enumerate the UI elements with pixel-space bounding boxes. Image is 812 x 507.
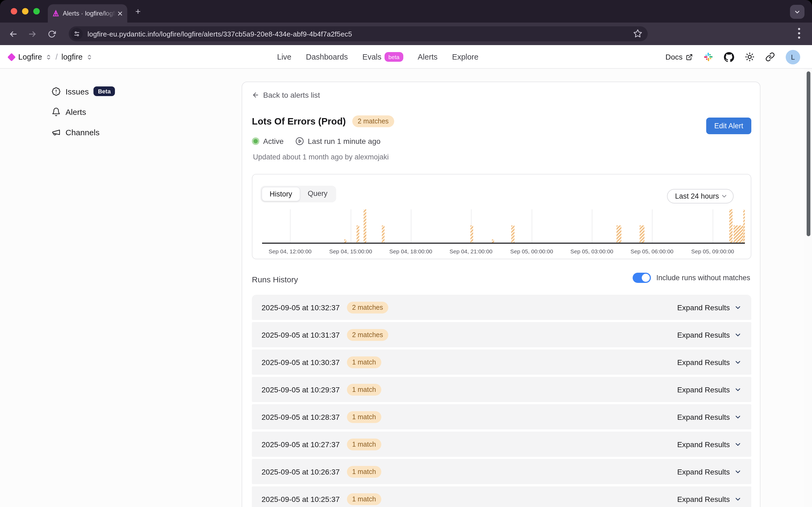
reload-button[interactable]: [45, 27, 58, 40]
forward-button[interactable]: [26, 27, 39, 40]
chart-gridline: [351, 209, 351, 243]
megaphone-icon: [52, 127, 61, 136]
org-selector[interactable]: Logfire: [18, 53, 42, 61]
browser-menu-icon[interactable]: •••: [795, 27, 803, 40]
chart-gridline: [713, 209, 713, 243]
tab-query[interactable]: Query: [300, 187, 335, 201]
nav-item-alerts[interactable]: Alerts: [418, 53, 437, 61]
browser-tab[interactable]: Alerts · logfire/logfire · Pydant ✕: [48, 4, 127, 22]
last-run: Last run 1 minute ago: [295, 137, 380, 146]
run-matches-badge: 1 match: [347, 356, 381, 368]
page-scrollbar[interactable]: [805, 69, 812, 507]
expand-results-button[interactable]: Expand Results: [677, 440, 742, 449]
chevron-down-icon: [794, 8, 801, 15]
user-avatar[interactable]: L: [786, 50, 800, 64]
chart-bar: [743, 209, 745, 243]
run-matches-badge: 1 match: [347, 493, 381, 505]
chart-x-tick-label: Sep 05, 09:00:00: [691, 248, 734, 255]
edit-alert-button[interactable]: Edit Alert: [706, 118, 751, 134]
sidebar-item-issues[interactable]: Issues Beta: [52, 85, 115, 98]
expand-results-label: Expand Results: [677, 495, 730, 503]
nav-item-live[interactable]: Live: [277, 53, 291, 61]
run-timestamp: 2025-09-05 at 10:25:37: [262, 495, 340, 503]
tab-history[interactable]: History: [262, 187, 300, 201]
arrow-left-icon: [252, 91, 259, 99]
play-circle-icon: [295, 137, 304, 146]
chevrons-up-down-icon[interactable]: [87, 54, 92, 60]
breadcrumb-separator: /: [56, 53, 58, 61]
time-range-select[interactable]: Last 24 hours: [667, 189, 734, 204]
expand-results-button[interactable]: Expand Results: [677, 358, 742, 367]
issues-beta-badge: Beta: [94, 87, 115, 96]
run-row[interactable]: 2025-09-05 at 10:31:372 matchesExpand Re…: [252, 322, 751, 347]
sidebar: Issues Beta Alerts Channels: [52, 85, 115, 138]
zoom-window-button[interactable]: [33, 8, 40, 14]
window-controls[interactable]: [11, 8, 40, 14]
chart-bar: [640, 225, 645, 243]
evals-beta-badge: beta: [385, 52, 403, 62]
back-button[interactable]: [6, 27, 19, 40]
expand-results-button[interactable]: Expand Results: [677, 412, 742, 421]
chart-bar: [511, 225, 514, 243]
github-icon[interactable]: [724, 52, 734, 62]
expand-results-button[interactable]: Expand Results: [677, 385, 742, 394]
chart-x-tick-label: Sep 04, 21:00:00: [449, 248, 492, 255]
run-timestamp: 2025-09-05 at 10:29:37: [262, 385, 340, 394]
expand-results-label: Expand Results: [677, 330, 730, 339]
theme-sun-icon[interactable]: [745, 52, 755, 62]
scrollbar-thumb[interactable]: [807, 71, 810, 236]
run-row[interactable]: 2025-09-05 at 10:30:371 matchExpand Resu…: [252, 349, 751, 375]
sidebar-item-channels[interactable]: Channels: [52, 126, 115, 138]
expand-results-button[interactable]: Expand Results: [677, 330, 742, 339]
chart-x-tick-label: Sep 04, 15:00:00: [329, 248, 372, 255]
bookmark-star-icon[interactable]: [633, 29, 642, 38]
run-row[interactable]: 2025-09-05 at 10:27:371 matchExpand Resu…: [252, 432, 751, 457]
expand-results-button[interactable]: Expand Results: [677, 495, 742, 503]
run-row[interactable]: 2025-09-05 at 10:32:372 matchesExpand Re…: [252, 295, 751, 320]
run-timestamp: 2025-09-05 at 10:27:37: [262, 440, 340, 449]
logfire-logo-icon: [7, 53, 15, 61]
nav-item-explore[interactable]: Explore: [452, 53, 479, 61]
chevron-down-icon: [734, 358, 742, 366]
nav-item-evals[interactable]: Evalsbeta: [363, 52, 403, 62]
close-window-button[interactable]: [11, 8, 17, 14]
minimize-window-button[interactable]: [22, 8, 29, 14]
slack-icon[interactable]: [704, 52, 713, 62]
active-status-dot: [252, 137, 259, 145]
chevrons-up-down-icon[interactable]: [46, 54, 52, 60]
run-row[interactable]: 2025-09-05 at 10:29:371 matchExpand Resu…: [252, 377, 751, 402]
run-row[interactable]: 2025-09-05 at 10:28:371 matchExpand Resu…: [252, 404, 751, 430]
run-timestamp: 2025-09-05 at 10:32:37: [262, 303, 340, 312]
run-row[interactable]: 2025-09-05 at 10:25:371 matchExpand Resu…: [252, 486, 751, 507]
share-link-icon[interactable]: [765, 52, 775, 62]
sidebar-item-label: Issues: [65, 87, 89, 96]
new-tab-button[interactable]: +: [136, 7, 141, 16]
logfire-favicon: [52, 10, 60, 17]
expand-results-label: Expand Results: [677, 358, 730, 367]
run-row[interactable]: 2025-09-05 at 10:26:371 matchExpand Resu…: [252, 459, 751, 484]
chart-gridline: [411, 209, 412, 243]
tab-close-icon[interactable]: ✕: [117, 10, 123, 17]
history-query-tabs: History Query: [261, 186, 336, 203]
include-runs-toggle-label: Include runs without matches: [656, 274, 750, 282]
back-to-alerts-link[interactable]: Back to alerts list: [252, 91, 320, 99]
expand-results-button[interactable]: Expand Results: [677, 467, 742, 476]
alert-title: Lots Of Errors (Prod): [252, 116, 346, 127]
include-runs-toggle[interactable]: [633, 273, 651, 283]
nav-item-dashboards[interactable]: Dashboards: [306, 53, 348, 61]
docs-link[interactable]: Docs: [665, 53, 693, 61]
chart-bar: [729, 209, 733, 243]
chevron-down-icon: [734, 386, 742, 393]
chart-gridline: [592, 209, 592, 243]
run-matches-badge: 1 match: [347, 384, 381, 395]
address-bar[interactable]: logfire-eu.pydantic.info/logfire/logfire…: [69, 26, 648, 41]
updated-by-line: Updated about 1 month ago by alexmojaki: [253, 153, 389, 161]
tab-search-button[interactable]: [790, 5, 805, 19]
sidebar-item-alerts[interactable]: Alerts: [52, 105, 115, 118]
chart-x-labels: Sep 04, 12:00:00Sep 04, 15:00:00Sep 04, …: [262, 248, 745, 256]
breadcrumb: Logfire / logfire: [9, 45, 92, 69]
project-selector[interactable]: logfire: [61, 53, 83, 61]
browser-tab-strip: Alerts · logfire/logfire · Pydant ✕ +: [0, 0, 812, 22]
site-settings-icon[interactable]: [71, 28, 83, 40]
expand-results-button[interactable]: Expand Results: [677, 303, 742, 312]
